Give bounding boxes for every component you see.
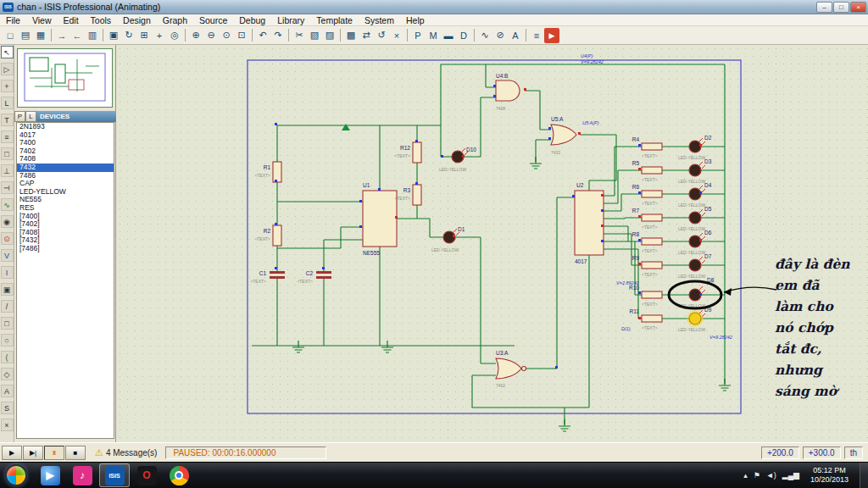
box-2d-button[interactable]: □ (1, 317, 14, 330)
wire-autorouter-button[interactable]: ∿ (477, 28, 492, 43)
terminal-mode-button[interactable]: ⊥ (1, 164, 14, 177)
voltage-probe-button[interactable]: V (1, 249, 14, 262)
resistor-r9[interactable]: R9 <TEXT> (632, 255, 662, 277)
menu-item-graph[interactable]: Graph (157, 15, 193, 25)
user-annotation-note[interactable]: đây là đèn em đã làm cho nó chớp tắt đc,… (775, 253, 868, 402)
gate-u4b[interactable]: U4:B 7408 (496, 73, 520, 111)
isis-taskbar-button[interactable]: ISIS (99, 463, 130, 487)
property-assignment-button[interactable]: A (508, 28, 523, 43)
wire-label-button[interactable]: L (1, 97, 14, 109)
make-device-button[interactable]: M (426, 28, 441, 43)
media-player-taskbar-button[interactable]: ▶ (35, 463, 65, 487)
menu-item-system[interactable]: System (359, 15, 400, 25)
block-move-button[interactable]: ⇄ (359, 28, 374, 43)
redo-button[interactable]: ↷ (270, 28, 286, 43)
taskbar-clock[interactable]: 05:12 PM 10/20/2013 (810, 466, 849, 485)
device-pin-button[interactable]: ⊣ (1, 181, 14, 194)
resistor-r8[interactable]: R8 <TEXT> (632, 231, 662, 253)
step-button[interactable]: ▶| (23, 446, 43, 460)
hidden-icons-chevron[interactable]: ▴ (743, 471, 748, 480)
search-tag-button[interactable]: ⊘ (492, 28, 508, 43)
paste-button[interactable]: ▨ (322, 28, 337, 43)
open-design-button[interactable]: ▤ (18, 28, 33, 43)
decompose-button[interactable]: D (456, 28, 471, 43)
tape-recorder-button[interactable]: ◉ (1, 215, 14, 228)
ic-u1-ne555[interactable]: U1 NE555 (363, 182, 397, 256)
window-titlebar[interactable]: ISIS chan - ISIS Professional (Animating… (0, 0, 868, 14)
capacitor-c1[interactable]: C1 <TEXT> (250, 270, 285, 284)
print-button[interactable]: ▥ (85, 28, 100, 43)
resistor-r5[interactable]: R5 <TEXT> (632, 160, 662, 182)
led-d7[interactable]: D7 LED-YELLOW (678, 253, 712, 279)
led-d10[interactable]: D10 LED-YELLOW (439, 147, 476, 172)
zoom-all-button[interactable]: ⊙ (219, 28, 234, 43)
mark-output-area-button[interactable]: ▣ (106, 28, 121, 43)
library-manager-button[interactable]: L (25, 111, 36, 122)
show-desktop-button[interactable] (860, 463, 868, 488)
volume-icon[interactable]: ◄) (766, 471, 776, 480)
selection-tool-button[interactable]: ↖ (1, 46, 14, 58)
device-list-item[interactable]: [7486] (17, 245, 114, 253)
pick-device-button[interactable]: P (410, 28, 426, 43)
maximize-button[interactable]: □ (833, 2, 849, 13)
music-app-taskbar-button[interactable]: ♪ (67, 463, 97, 487)
marker-2d-button[interactable]: × (1, 419, 14, 431)
toggle-grid-button[interactable]: ⊞ (136, 28, 152, 43)
close-button[interactable]: × (850, 2, 866, 13)
export-section-button[interactable]: ← (70, 28, 85, 43)
text-script-button[interactable]: T (1, 114, 14, 126)
schematic-canvas[interactable]: U1 NE555 U2 4017 U3:A 7402 U4:B 7408 (116, 45, 868, 442)
cut-button[interactable]: ✂ (292, 28, 307, 43)
current-probe-button[interactable]: I (1, 266, 14, 279)
menu-item-file[interactable]: File (0, 15, 26, 25)
menu-item-library[interactable]: Library (271, 15, 310, 25)
design-explorer-button[interactable]: ≡ (529, 28, 544, 43)
junction-dot-button[interactable]: + (1, 80, 14, 92)
graph-mode-button[interactable]: ∿ (1, 198, 14, 211)
undo-button[interactable]: ↶ (255, 28, 270, 43)
led-d3[interactable]: D3 LED-YELLOW (678, 158, 712, 184)
resistor-r3[interactable]: R3 <TEXT> (394, 185, 421, 205)
block-rotate-button[interactable]: ↺ (374, 28, 389, 43)
led-d9-lit[interactable]: D9 LED-YELLOW (678, 307, 712, 332)
new-design-button[interactable]: □ (3, 28, 18, 43)
menu-item-help[interactable]: Help (400, 15, 431, 25)
path-2d-button[interactable]: ◇ (1, 368, 14, 380)
resistor-r7[interactable]: R7 <TEXT> (632, 208, 662, 230)
menu-item-view[interactable]: View (26, 15, 58, 25)
block-copy-button[interactable]: ▩ (343, 28, 359, 43)
zoom-area-button[interactable]: ⊡ (234, 28, 249, 43)
start-button[interactable] (5, 464, 27, 486)
line-2d-button[interactable]: / (1, 300, 14, 313)
network-icon[interactable]: ▂▄▆ (782, 471, 799, 480)
gate-u5a[interactable]: U5:A 7432 (551, 116, 576, 155)
arc-2d-button[interactable]: ( (1, 351, 14, 363)
menu-item-design[interactable]: Design (117, 15, 157, 25)
subcircuit-button[interactable]: □ (1, 147, 14, 160)
menu-item-tools[interactable]: Tools (85, 15, 118, 25)
resistor-r11[interactable]: R11 <TEXT> (630, 308, 662, 330)
component-mode-button[interactable]: ▷ (1, 63, 14, 75)
zoom-out-button[interactable]: ⊖ (203, 28, 219, 43)
led-d6[interactable]: D6 LED-YELLOW (678, 230, 712, 255)
opera-taskbar-button[interactable]: O (131, 463, 162, 487)
pick-parts-button[interactable]: P (14, 111, 25, 122)
play-button[interactable]: ▶ (2, 446, 22, 460)
message-count[interactable]: 4 Message(s) (106, 448, 158, 458)
led-d4[interactable]: D4 LED-YELLOW (678, 182, 712, 208)
ic-u2-4017[interactable]: U2 4017 (575, 182, 604, 264)
menu-item-edit[interactable]: Edit (58, 15, 85, 25)
resistor-r2[interactable]: R2 <TEXT> (254, 225, 281, 246)
menu-item-template[interactable]: Template (310, 15, 359, 25)
resistor-r10[interactable]: R10 <TEXT> (629, 285, 662, 307)
copy-button[interactable]: ▧ (307, 28, 322, 43)
gate-u3a[interactable]: U3:A 7402 (496, 350, 526, 388)
resistor-r1[interactable]: R1 <TEXT> (254, 162, 281, 182)
resistor-r4[interactable]: R4 <TEXT> (632, 136, 662, 158)
stop-button[interactable]: ■ (65, 446, 86, 460)
menu-item-source[interactable]: Source (193, 15, 233, 25)
led-d5[interactable]: D5 LED-YELLOW (678, 206, 712, 231)
minimize-button[interactable]: – (816, 2, 832, 13)
led-d2[interactable]: D2 LED-YELLOW (678, 135, 712, 160)
save-design-button[interactable]: ▦ (33, 28, 48, 43)
